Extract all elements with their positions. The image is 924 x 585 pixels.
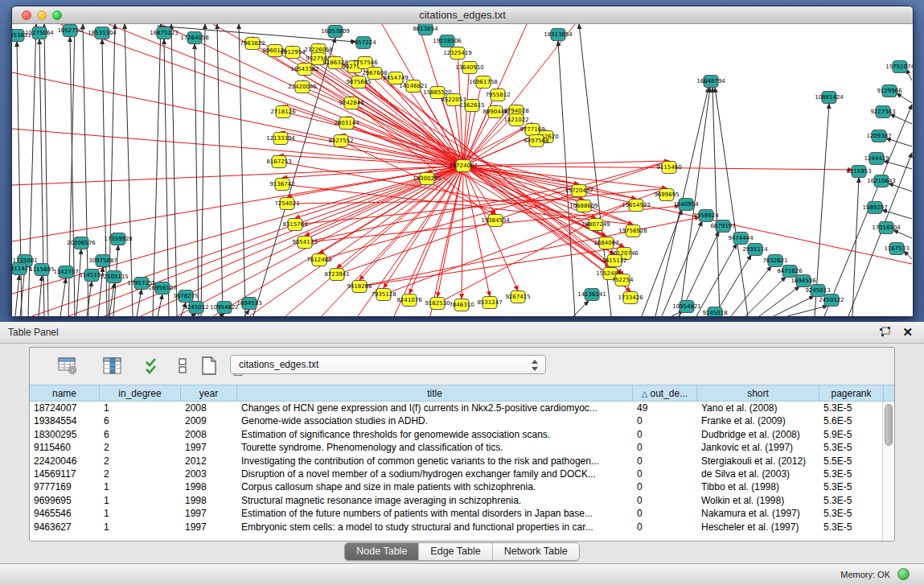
network-node[interactable]: 16053809	[321, 26, 350, 38]
table-row[interactable]: 1456911722003Disruption of a novel membe…	[30, 468, 894, 480]
network-node[interactable]: 9227343	[870, 106, 895, 118]
select-all-button[interactable]	[141, 354, 165, 378]
network-node[interactable]: 12325419	[443, 47, 472, 60]
network-node[interactable]: 7935128	[371, 289, 396, 301]
table-selector-dropdown[interactable]: citations_edges.txt	[230, 355, 546, 374]
citation-network-graph[interactable]: 7963822896012889129542322605893275051654…	[12, 24, 913, 316]
table-row[interactable]: 946554611997Estimation of the future num…	[30, 507, 894, 520]
column-header-pagerank[interactable]: pagerank	[819, 385, 884, 401]
network-node[interactable]: 7612480	[306, 254, 331, 266]
network-node[interactable]: 18313054	[544, 29, 573, 41]
table-mode-button[interactable]	[55, 354, 80, 378]
svg-text:9162530: 9162530	[425, 300, 450, 307]
new-file-button[interactable]	[197, 354, 221, 378]
table-row[interactable]: 1830029562008Estimation of significance …	[30, 428, 894, 441]
network-node[interactable]: 1733426	[618, 292, 643, 304]
network-node[interactable]: 1052750	[57, 25, 82, 37]
network-node[interactable]: 1244419	[864, 153, 889, 165]
network-node[interactable]: 19218506	[433, 35, 462, 47]
window-titlebar[interactable]: citations_edges.txt	[12, 6, 913, 24]
table-row[interactable]: 969969511998Structural magnetic resonanc…	[30, 494, 894, 507]
network-node[interactable]: 7857224	[351, 37, 376, 49]
network-node[interactable]: 2718126	[270, 106, 296, 118]
column-header-name[interactable]: name	[30, 385, 100, 401]
network-node[interactable]: 8531247	[477, 297, 502, 309]
tab-edge-table[interactable]: Edge Table	[419, 543, 492, 560]
network-node[interactable]: 10954821	[672, 301, 701, 313]
network-node[interactable]: 18531304	[88, 27, 117, 39]
network-node[interactable]: 10688609	[569, 200, 598, 212]
column-header-out_de[interactable]: △out_de...	[633, 385, 697, 401]
tab-network-table[interactable]: Network Table	[493, 543, 579, 560]
network-node[interactable]: 19756928	[618, 225, 647, 237]
network-node[interactable]: 17359928	[104, 233, 133, 245]
table-row[interactable]: 977716911998Corpus callosum shape and si…	[30, 480, 894, 493]
table-row[interactable]: 946362711997Embryonic stem cells: a mode…	[30, 521, 894, 534]
svg-text:8958924: 8958924	[693, 212, 719, 219]
network-node[interactable]: 2935114	[742, 244, 768, 256]
network-node[interactable]: 18807249	[581, 219, 610, 231]
column-header-in_degree[interactable]: in_degree	[100, 385, 181, 401]
column-header-title[interactable]: title	[237, 385, 633, 401]
network-node[interactable]: 8167253	[266, 156, 291, 168]
network-node[interactable]: 1589297	[862, 202, 887, 214]
network-node[interactable]: 8813054	[413, 24, 438, 35]
network-node[interactable]: 9474444	[728, 233, 754, 245]
table-row[interactable]: 911546021997Tourette syndrome. Phenomeno…	[30, 441, 894, 454]
network-node[interactable]: 7254021	[274, 198, 299, 210]
network-node[interactable]: 9699695	[654, 189, 679, 201]
column-header-short[interactable]: short	[697, 385, 819, 401]
network-node[interactable]: 2684067	[593, 237, 618, 249]
network-node[interactable]: 8215953	[846, 166, 871, 178]
network-node[interactable]: 15751074	[885, 61, 913, 73]
network-node[interactable]: 6879197	[710, 220, 735, 233]
network-edge	[171, 24, 177, 316]
cell-short: Franke et al. (2009)	[697, 414, 819, 427]
network-node[interactable]: 8315764	[282, 219, 308, 231]
svg-text:8315764: 8315764	[282, 221, 308, 228]
tab-node-table[interactable]: Node Table	[345, 543, 419, 560]
network-edge	[137, 290, 142, 316]
network-node[interactable]: 16961758	[469, 76, 498, 89]
scrollbar-thumb[interactable]	[885, 404, 893, 446]
network-node[interactable]: 8241076	[396, 295, 422, 307]
network-node[interactable]: 9267415	[505, 291, 530, 303]
network-node[interactable]: 1421022	[503, 114, 528, 126]
network-node[interactable]: 16875223	[150, 27, 179, 39]
network-node[interactable]: 14136141	[577, 289, 606, 301]
close-panel-icon[interactable]: ✕	[902, 325, 913, 340]
table-row[interactable]: 1872400712008Changes of HCN gene express…	[30, 402, 894, 414]
network-edge	[32, 166, 463, 316]
network-node[interactable]: 7846310	[449, 299, 474, 311]
column-header-year[interactable]: year	[181, 385, 237, 401]
network-node[interactable]: 18300295	[413, 173, 441, 185]
svg-text:16961758: 16961758	[469, 79, 498, 85]
network-node[interactable]: 9245018	[702, 307, 727, 317]
network-node[interactable]: 9129966	[877, 85, 902, 97]
network-node[interactable]: 9418266	[347, 281, 372, 293]
network-canvas[interactable]: 7963822896012889129542322605893275051654…	[12, 24, 913, 316]
network-node[interactable]: 10881424	[815, 92, 844, 104]
network-node[interactable]: 20206576	[67, 237, 96, 249]
network-node[interactable]: 8723941	[324, 269, 349, 281]
network-node[interactable]: 16648794	[696, 76, 725, 88]
svg-text:12505115: 12505115	[100, 274, 129, 280]
network-node[interactable]: 1209387	[866, 130, 891, 142]
float-panel-icon[interactable]	[879, 327, 892, 338]
network-node[interactable]: 8958924	[693, 210, 719, 222]
network-node[interactable]: 1115685	[29, 264, 54, 276]
network-node[interactable]: 9054133	[292, 237, 317, 249]
table-row[interactable]: 1938455462009Genome-wide association stu…	[30, 414, 894, 427]
vertical-scrollbar[interactable]	[882, 402, 894, 541]
network-node[interactable]: 9245012	[183, 302, 208, 314]
table-row[interactable]: 2242004622012Investigating the contribut…	[30, 455, 894, 468]
network-node[interactable]: 7963822	[240, 38, 265, 50]
svg-text:6497568: 6497568	[524, 138, 548, 144]
memory-ok-indicator[interactable]	[897, 568, 910, 580]
network-node[interactable]: 7955812	[485, 89, 510, 101]
network-node[interactable]: 7632621	[762, 255, 787, 267]
show-columns-button[interactable]	[101, 354, 125, 378]
network-node[interactable]: 13640910	[455, 62, 484, 74]
unselect-all-button[interactable]	[171, 354, 195, 378]
network-node[interactable]: 16210643	[867, 175, 896, 187]
